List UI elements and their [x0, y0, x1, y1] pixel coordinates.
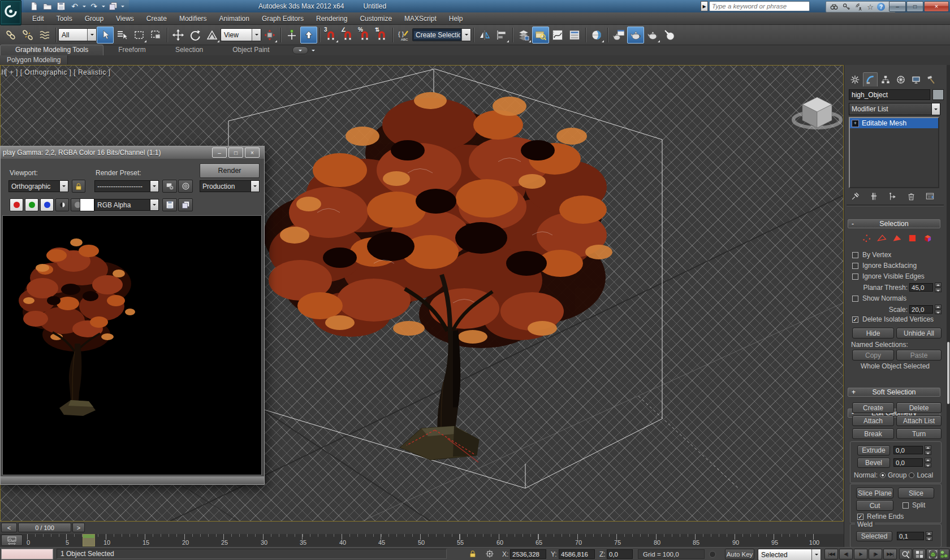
- make-unique-button[interactable]: [885, 191, 900, 202]
- maxscript-mini-listener[interactable]: [1, 549, 53, 559]
- restore-button[interactable]: □: [906, 1, 923, 12]
- select-and-link-button[interactable]: [2, 27, 19, 44]
- background-color-swatch[interactable]: [80, 198, 94, 211]
- tab-modify[interactable]: [863, 72, 878, 86]
- go-to-end-button[interactable]: ▶▶|: [883, 549, 897, 559]
- by-vertex-checkbox[interactable]: [852, 252, 858, 258]
- select-by-name-button[interactable]: [114, 27, 131, 44]
- spinner-snap-toggle[interactable]: ⇅: [373, 27, 390, 44]
- ribbon-tab-graphite[interactable]: Graphite Modeling Tools: [0, 45, 103, 55]
- play-button[interactable]: ▶: [854, 549, 867, 559]
- menu-group[interactable]: Group: [79, 15, 110, 23]
- named-selection-set-dropdown[interactable]: Create Selection Se: [412, 28, 471, 41]
- viewport-label[interactable]: [ + ] [ Orthographic ] [ Realistic ]: [5, 68, 110, 76]
- render-button[interactable]: Render: [200, 163, 260, 178]
- render-maximize-button[interactable]: □: [228, 147, 243, 158]
- save-preset-button[interactable]: [162, 180, 177, 193]
- polygon-mode-button[interactable]: [906, 233, 918, 244]
- menu-animation[interactable]: Animation: [213, 15, 256, 23]
- channel-display-dropdown[interactable]: RGB Alpha: [94, 199, 159, 211]
- tab-utilities[interactable]: [924, 72, 939, 86]
- pin-stack-button[interactable]: [848, 191, 862, 202]
- tab-motion[interactable]: [893, 72, 908, 86]
- show-end-result-button[interactable]: [866, 191, 881, 202]
- graphite-ribbon-toggle[interactable]: [532, 27, 549, 44]
- key-filter-dropdown[interactable]: Selected: [758, 549, 821, 560]
- select-and-manipulate-button[interactable]: [283, 27, 300, 44]
- 3dsmax-logo[interactable]: [0, 0, 21, 25]
- y-coordinate-field[interactable]: [559, 549, 595, 559]
- delete-button[interactable]: Delete: [896, 402, 942, 413]
- face-mode-button[interactable]: [891, 233, 903, 244]
- delete-isolated-vertices-checkbox[interactable]: ✓: [852, 316, 858, 323]
- attach-list-button[interactable]: Attach List: [896, 415, 942, 426]
- open-file-button[interactable]: [42, 1, 53, 11]
- project-folder-button[interactable]: [107, 1, 119, 11]
- green-channel-button[interactable]: [25, 198, 38, 211]
- render-viewport-dropdown[interactable]: Orthographic: [8, 180, 68, 192]
- tab-display[interactable]: [909, 72, 923, 86]
- rectangular-selection-region-button[interactable]: [131, 27, 148, 44]
- snaps-toggle-3d[interactable]: 3: [322, 27, 339, 44]
- normal-group-radio[interactable]: [880, 472, 886, 478]
- cut-button[interactable]: Cut: [856, 500, 893, 511]
- redo-caret-icon[interactable]: [102, 6, 105, 9]
- ribbon-tab-object-paint[interactable]: Object Paint: [218, 45, 284, 55]
- select-and-scale-button[interactable]: [204, 27, 221, 44]
- panel-scrollbar[interactable]: [947, 65, 950, 547]
- render-mode-dropdown[interactable]: Production: [200, 180, 260, 192]
- expand-icon[interactable]: +: [852, 120, 859, 127]
- menu-edit[interactable]: Edit: [26, 15, 50, 23]
- scrollbar-handle[interactable]: [947, 342, 949, 404]
- rendered-frame-window[interactable]: play Gamma: 2,2, RGBA Color 16 Bits/Chan…: [0, 146, 265, 485]
- ribbon-minimize-caret-icon[interactable]: [312, 50, 315, 53]
- extrude-spinner[interactable]: [925, 445, 931, 455]
- tab-hierarchy[interactable]: [878, 72, 893, 86]
- next-frame-button[interactable]: >: [72, 523, 85, 532]
- go-to-start-button[interactable]: |◀◀: [824, 549, 838, 559]
- refine-ends-checkbox[interactable]: ✓: [857, 514, 863, 520]
- zoom-all-button[interactable]: [913, 549, 926, 559]
- ribbon-tab-selection[interactable]: Selection: [161, 45, 218, 55]
- slice-plane-button[interactable]: Slice Plane: [856, 488, 893, 498]
- minimize-button[interactable]: –: [889, 1, 906, 12]
- element-mode-button[interactable]: [921, 233, 934, 244]
- soft-selection-rollout-header[interactable]: + Soft Selection: [848, 388, 940, 397]
- selection-filter-dropdown[interactable]: All: [58, 28, 97, 41]
- scale-field[interactable]: [909, 305, 933, 314]
- mirror-button[interactable]: [476, 27, 493, 44]
- red-channel-button[interactable]: [10, 198, 23, 211]
- render-preset-dropdown[interactable]: --------------------: [94, 180, 159, 192]
- save-file-button[interactable]: [55, 1, 67, 11]
- x-coordinate-field[interactable]: [510, 549, 546, 559]
- close-button[interactable]: ×: [924, 1, 949, 12]
- reference-coordinate-system-dropdown[interactable]: View: [221, 28, 261, 41]
- render-settings-button[interactable]: [178, 180, 193, 193]
- polygon-modeling-panel[interactable]: Polygon Modeling: [0, 55, 68, 64]
- modifier-list-dropdown[interactable]: Modifier List: [849, 103, 940, 115]
- search-input[interactable]: [709, 1, 810, 11]
- qat-options-caret-icon[interactable]: [121, 6, 124, 9]
- schematic-view-button[interactable]: [566, 27, 583, 44]
- menu-tools[interactable]: Tools: [50, 15, 79, 23]
- select-and-move-button[interactable]: [170, 27, 187, 44]
- ignore-backfacing-checkbox[interactable]: [852, 263, 858, 269]
- material-editor-button[interactable]: [588, 27, 605, 44]
- configure-modifier-sets-button[interactable]: [922, 191, 937, 202]
- render-close-button[interactable]: ×: [245, 147, 260, 158]
- undo-button[interactable]: ↶: [69, 1, 80, 11]
- window-crossing-toggle[interactable]: [148, 27, 165, 44]
- edge-mode-button[interactable]: [875, 233, 888, 244]
- zoom-extents-button[interactable]: [926, 549, 939, 559]
- zoom-tool-button[interactable]: [899, 549, 912, 559]
- z-coordinate-field[interactable]: [607, 549, 633, 559]
- remove-modifier-button[interactable]: [904, 191, 918, 202]
- menu-rendering[interactable]: Rendering: [310, 15, 353, 23]
- render-setup-button[interactable]: [610, 27, 627, 44]
- turn-button[interactable]: Turn: [896, 428, 942, 439]
- clone-window-button[interactable]: [178, 198, 193, 211]
- blue-channel-button[interactable]: [40, 198, 54, 211]
- select-object-button[interactable]: [97, 27, 114, 44]
- tab-create[interactable]: [848, 72, 862, 86]
- absolute-mode-toggle[interactable]: [485, 549, 494, 558]
